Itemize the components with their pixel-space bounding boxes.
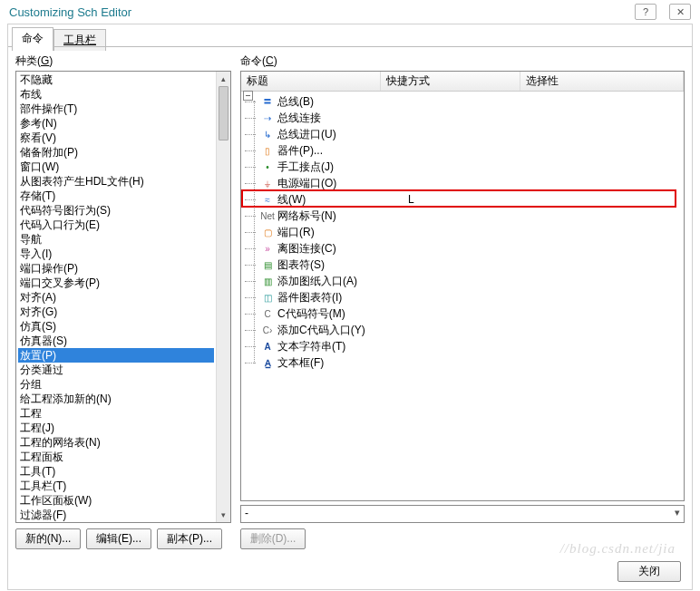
- net-label-icon: Net: [261, 209, 274, 222]
- tree-node-label: 端口(R): [277, 225, 315, 240]
- window-title: Customizing Sch Editor: [9, 5, 131, 19]
- description-dropdown[interactable]: -: [240, 505, 685, 523]
- tree-node-label: 电源端口(O): [277, 176, 336, 191]
- tree-node[interactable]: ▢端口(R): [250, 224, 680, 240]
- shortcut-value: L: [408, 193, 414, 206]
- tree-node[interactable]: ↳总线进口(U): [250, 126, 680, 142]
- tree-node-label: 总线连接: [277, 111, 321, 126]
- col-title[interactable]: 标题: [241, 72, 381, 91]
- commands-tree[interactable]: 标题 快捷方式 选择性 – 〓总线(B)⇢总线连接↳总线进口(U)▯器件(P).…: [240, 71, 685, 501]
- category-item[interactable]: 对齐(G): [18, 305, 214, 319]
- sheet-symbol-icon: ▤: [261, 258, 274, 271]
- tree-node[interactable]: ▤图表符(S): [250, 257, 680, 273]
- tree-node-label: 器件(P)...: [277, 143, 323, 159]
- category-item[interactable]: 工具栏(T): [18, 479, 214, 493]
- tree-node[interactable]: 〓总线(B): [250, 93, 680, 110]
- category-item[interactable]: 端口交叉参考(P): [18, 276, 214, 290]
- bus-entry-icon: ↳: [261, 128, 274, 140]
- tab-toolbars[interactable]: 工具栏: [53, 29, 106, 51]
- help-icon[interactable]: ?: [635, 4, 656, 20]
- category-item[interactable]: 工程面板: [18, 450, 214, 464]
- category-item[interactable]: 参考(N): [18, 116, 214, 131]
- edit-button[interactable]: 编辑(E)...: [86, 528, 151, 549]
- tree-node[interactable]: CC代码符号(M): [250, 305, 680, 322]
- category-item[interactable]: 放置(P): [18, 348, 214, 363]
- tree-node[interactable]: ≈线(W)L: [250, 191, 680, 208]
- c-symbol-icon: C: [261, 307, 274, 320]
- c-entry-icon: C›: [261, 324, 274, 336]
- tree-node[interactable]: •手工接点(J): [250, 159, 680, 175]
- tree-node[interactable]: ⏚电源端口(O): [250, 175, 680, 191]
- category-item[interactable]: 察看(V): [18, 131, 214, 145]
- tree-node-label: 总线进口(U): [277, 127, 336, 142]
- tree-node-label: 器件图表符(I): [277, 290, 342, 305]
- categories-label: 种类(G): [15, 53, 231, 69]
- category-item[interactable]: 对齐(A): [18, 290, 214, 305]
- category-item[interactable]: 工作区面板(W): [18, 493, 214, 508]
- category-item[interactable]: 不隐藏: [18, 73, 214, 87]
- tree-node-label: 总线(B): [277, 94, 314, 110]
- close-button[interactable]: 关闭: [617, 561, 681, 582]
- category-item[interactable]: 工程(J): [18, 421, 214, 435]
- scroll-up-icon[interactable]: ▴: [217, 72, 230, 86]
- scrollbar[interactable]: ▴ ▾: [216, 72, 230, 522]
- titlebar-controls: ? ✕: [635, 4, 691, 20]
- category-item[interactable]: 导入(I): [18, 247, 214, 261]
- port-icon: ▢: [261, 226, 274, 238]
- col-selectivity[interactable]: 选择性: [520, 72, 684, 91]
- category-item[interactable]: 布线: [18, 87, 214, 102]
- tree-node-label: 文本字符串(T): [277, 339, 345, 354]
- category-item[interactable]: 过滤器(F): [18, 508, 214, 522]
- scroll-thumb[interactable]: [219, 86, 228, 140]
- tree-node[interactable]: »离图连接(C): [250, 240, 680, 257]
- tab-commands[interactable]: 命令: [12, 27, 53, 51]
- category-item[interactable]: 窗口(W): [18, 160, 214, 174]
- close-icon[interactable]: ✕: [669, 4, 691, 20]
- tree-node[interactable]: ▥添加图纸入口(A): [250, 273, 680, 289]
- text-string-icon: A: [261, 340, 274, 353]
- tree-node[interactable]: A̲文本框(F): [250, 354, 680, 371]
- tree-node-label: 文本框(F): [277, 355, 324, 371]
- categories-listbox[interactable]: 不隐藏布线部件操作(T)参考(N)察看(V)储备附加(P)窗口(W)从图表符产生…: [15, 71, 231, 523]
- scroll-down-icon[interactable]: ▾: [217, 508, 230, 522]
- category-item[interactable]: 从图表符产生HDL文件(H): [18, 174, 214, 189]
- tree-node-label: 图表符(S): [277, 257, 325, 273]
- copy-button[interactable]: 副本(P)...: [157, 528, 222, 549]
- part-sheet-icon: ◫: [261, 291, 274, 304]
- part-icon: ▯: [261, 144, 274, 157]
- tree-node[interactable]: ▯器件(P)...: [250, 142, 680, 159]
- tree-node[interactable]: ⇢总线连接: [250, 110, 680, 126]
- category-item[interactable]: 分组: [18, 377, 214, 392]
- tree-node-label: 添加图纸入口(A): [277, 274, 357, 289]
- category-item[interactable]: 代码入口行为(E): [18, 218, 214, 232]
- dialog-frame: 命令 工具栏 种类(G) 不隐藏布线部件操作(T)参考(N)察看(V)储备附加(…: [7, 24, 693, 590]
- category-item[interactable]: 给工程添加新的(N): [18, 392, 214, 406]
- tree-node-label: 添加C代码入口(Y): [277, 323, 365, 338]
- wire-icon: ≈: [261, 193, 274, 206]
- tree-node[interactable]: Net网络标号(N): [250, 208, 680, 224]
- category-item[interactable]: 代码符号图行为(S): [18, 203, 214, 218]
- col-shortcut[interactable]: 快捷方式: [381, 72, 520, 91]
- tree-node[interactable]: C›添加C代码入口(Y): [250, 322, 680, 338]
- category-item[interactable]: 储备附加(P): [18, 145, 214, 160]
- category-item[interactable]: 部件操作(T): [18, 102, 214, 116]
- delete-button[interactable]: 删除(D)...: [240, 528, 306, 549]
- category-item[interactable]: 工程: [18, 406, 214, 421]
- category-item[interactable]: 工具(T): [18, 464, 214, 479]
- sheet-entry-icon: ▥: [261, 275, 274, 287]
- category-item[interactable]: 存储(T): [18, 189, 214, 203]
- tree-node[interactable]: ◫器件图表符(I): [250, 289, 680, 305]
- category-item[interactable]: 端口操作(P): [18, 261, 214, 276]
- power-port-icon: ⏚: [261, 177, 274, 189]
- category-item[interactable]: 工程的网络表(N): [18, 435, 214, 450]
- tree-node[interactable]: A文本字符串(T): [250, 338, 680, 354]
- bus-join-icon: ⇢: [261, 111, 274, 124]
- new-button[interactable]: 新的(N)...: [15, 528, 81, 549]
- category-item[interactable]: 仿真器(S): [18, 334, 214, 348]
- category-item[interactable]: 分类通过: [18, 363, 214, 377]
- tree-node-label: 手工接点(J): [277, 160, 334, 175]
- category-item[interactable]: 仿真(S): [18, 319, 214, 334]
- category-item[interactable]: 导航: [18, 232, 214, 247]
- tree-node-label: 离图连接(C): [277, 241, 336, 257]
- tree-header: 标题 快捷方式 选择性: [241, 72, 684, 92]
